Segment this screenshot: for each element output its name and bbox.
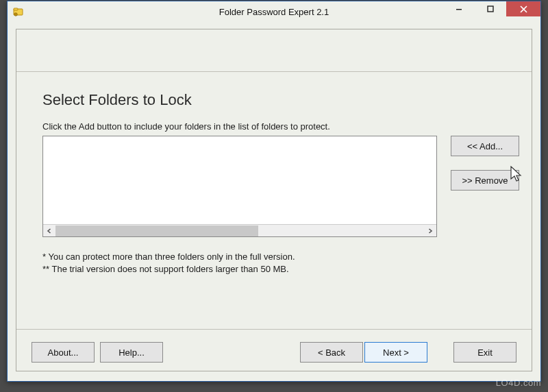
svg-rect-4 [456,9,462,10]
button-bar: About... Help... < Back Next > Exit [16,329,532,363]
instruction-text: Click the Add button to include your fol… [42,121,519,132]
exit-button[interactable]: Exit [453,342,516,363]
app-window: Folder Password Expert 2.1 Select Folder… [7,1,541,382]
titlebar[interactable]: Folder Password Expert 2.1 [8,1,540,22]
chevron-left-icon [47,228,52,234]
scrollbar-thumb[interactable] [55,225,258,236]
horizontal-scrollbar[interactable] [43,224,436,236]
close-icon [520,5,527,13]
scroll-right-arrow[interactable] [424,225,436,237]
minimize-button[interactable] [443,1,475,16]
maximize-icon [487,5,494,12]
folder-lock-icon [13,6,24,17]
chevron-right-icon [427,228,433,234]
svg-rect-5 [488,6,493,12]
help-button[interactable]: Help... [100,342,163,363]
back-button[interactable]: < Back [300,342,363,363]
window-controls [443,1,540,16]
header-separator [16,40,532,72]
remove-button[interactable]: >> Remove [451,170,519,191]
svg-point-3 [15,14,16,14]
next-button[interactable]: Next > [364,342,427,363]
svg-rect-1 [14,8,18,10]
about-button[interactable]: About... [32,342,95,363]
add-button[interactable]: << Add... [451,136,519,156]
scroll-left-arrow[interactable] [43,225,55,237]
client-area: Select Folders to Lock Click the Add but… [16,29,532,371]
note-full-version: * You can protect more than three folder… [42,251,519,263]
scrollbar-track[interactable] [55,225,424,236]
page-heading: Select Folders to Lock [42,91,519,109]
minimize-icon [456,5,462,12]
watermark: LO4D.com [496,378,541,388]
window-title: Folder Password Expert 2.1 [219,7,329,17]
trial-notes: * You can protect more than three folder… [42,251,519,275]
close-button[interactable] [506,1,540,16]
note-size-limit: ** The trial version does not support fo… [42,263,519,275]
folder-list[interactable] [42,136,437,237]
maximize-button[interactable] [475,1,506,16]
